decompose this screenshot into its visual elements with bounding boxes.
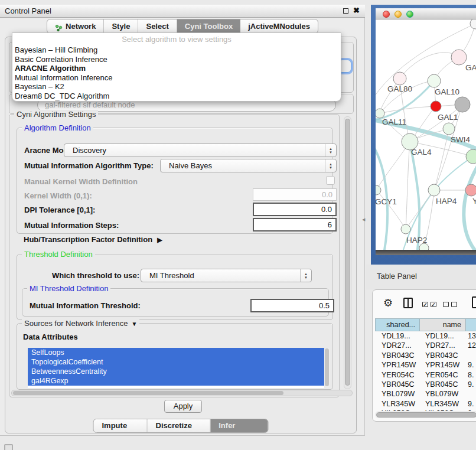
- network-node[interactable]: [451, 50, 467, 65]
- network-node[interactable]: [470, 19, 476, 29]
- settings-vertical-scrollbar[interactable]: [344, 116, 351, 389]
- column-header[interactable]: A: [466, 318, 476, 331]
- network-node[interactable]: [428, 74, 441, 87]
- settings-horizontal-scrollbar[interactable]: [11, 390, 353, 396]
- tab-style[interactable]: Style: [104, 19, 138, 33]
- table-horizontal-scrollbar[interactable]: [375, 411, 476, 418]
- table-row[interactable]: YDR27...YDR27...12: [375, 341, 476, 350]
- network-edge: [380, 106, 436, 113]
- network-node-label: GAL1: [438, 113, 458, 122]
- algorithm-option[interactable]: ARACNE Algorithm: [12, 64, 341, 73]
- table-cell: YBR045C: [375, 380, 420, 389]
- close-traffic-light-icon[interactable]: [383, 11, 390, 18]
- app-root: Control Panel ✖ NetworkStyleSelectCyni T…: [0, 0, 476, 450]
- network-canvas[interactable]: GALGAL80GAL10GAL11GAL1SWI4GAL4GCY1HAP4YH…: [376, 19, 476, 250]
- deselect-checkbox-icon[interactable]: [451, 302, 457, 307]
- mi-threshold-field[interactable]: 0.5: [250, 299, 334, 312]
- table-row[interactable]: YBR045CYBR045C9.: [375, 380, 476, 389]
- algorithm-dropdown-popup: Select algorithm to view settings Bayesi…: [12, 32, 341, 102]
- tab-jactivemnodules[interactable]: jActiveMNodules: [240, 19, 318, 33]
- tab-discretize-data[interactable]: Discretize Data: [148, 419, 211, 432]
- algorithm-option[interactable]: Basic Correlation Inference: [12, 55, 341, 64]
- table-cell: YLR345W: [375, 399, 420, 409]
- splitter-collapse-arrow[interactable]: ◀: [362, 217, 365, 222]
- table-cell: YBR043C: [375, 351, 420, 360]
- which-threshold-select[interactable]: MI Threshold ▲▼: [141, 269, 312, 282]
- mi-threshold-label: Mutual Information Threshold:: [30, 301, 141, 310]
- tab-impute-data[interactable]: Impute Data: [94, 419, 148, 432]
- sources-title[interactable]: Sources for Network Inference▼: [22, 319, 139, 328]
- algorithm-option[interactable]: Bayesian – Hill Climbing: [12, 45, 341, 55]
- hub-definition-toggle[interactable]: Hub/Transcription Factor Definition▶: [24, 235, 162, 244]
- attribute-item[interactable]: TopologicalCoefficient: [28, 357, 324, 367]
- attribute-item[interactable]: BetweennessCentrality: [28, 367, 324, 376]
- tab-select[interactable]: Select: [138, 19, 177, 33]
- manual-kernel-width-checkbox[interactable]: [326, 176, 335, 185]
- table-panel-header: Table Panel: [366, 265, 476, 289]
- network-node[interactable]: [443, 123, 455, 135]
- kernel-width-label: Kernel Width (0,1):: [24, 191, 92, 200]
- table-cell: YPR145W: [420, 360, 466, 370]
- select-all-checkbox-icon[interactable]: ✓: [422, 302, 428, 307]
- mi-algorithm-type-select[interactable]: Naive Bayes ▲▼: [160, 159, 337, 172]
- minimize-traffic-light-icon[interactable]: [395, 11, 402, 18]
- network-node[interactable]: [376, 185, 381, 195]
- columns-icon[interactable]: [403, 298, 413, 308]
- network-node[interactable]: [401, 224, 410, 234]
- apply-button[interactable]: Apply: [164, 400, 202, 413]
- table-row[interactable]: YDL19...YDL19...13: [375, 331, 476, 341]
- table-row[interactable]: YBR043CYBR043C: [375, 351, 476, 360]
- tab-infer-network[interactable]: Infer Network: [210, 419, 268, 432]
- threshold-definition-group: Threshold Definition Which threshold to …: [17, 254, 333, 320]
- deselect-checkbox-icon[interactable]: [443, 302, 449, 307]
- network-node[interactable]: [465, 184, 476, 196]
- attributes-scrollbar[interactable]: [324, 348, 330, 388]
- cyni-settings-title: Cyni Algorithm Settings: [14, 110, 98, 119]
- table-cell: YDR27...: [420, 341, 466, 350]
- close-panel-icon[interactable]: ✖: [353, 6, 360, 15]
- algorithm-options-list: Bayesian – Hill ClimbingBasic Correlatio…: [12, 45, 341, 100]
- network-node-label: GAL80: [387, 84, 412, 93]
- network-node[interactable]: [393, 72, 406, 85]
- zoom-traffic-light-icon[interactable]: [406, 11, 413, 18]
- select-all-checkbox-icon[interactable]: ✓: [431, 302, 436, 307]
- network-node[interactable]: [431, 101, 441, 112]
- export-table-icon[interactable]: [472, 296, 476, 308]
- attribute-item[interactable]: gal4RGexp: [28, 376, 324, 386]
- aracne-mode-select[interactable]: Discovery ▲▼: [64, 144, 337, 157]
- table-cell: 9.: [466, 360, 476, 370]
- table-panel: ⚙ ✓ ✓ shared...nameA YDL19...YDL19...13Y…: [372, 289, 476, 422]
- dpi-tolerance-field[interactable]: 0.0: [253, 203, 337, 216]
- network-node[interactable]: [466, 149, 476, 164]
- attribute-item[interactable]: SelfLoops: [28, 348, 324, 357]
- network-icon: [55, 22, 63, 30]
- table-row[interactable]: YBL079WYBL079W: [375, 389, 476, 399]
- network-node[interactable]: [376, 109, 384, 118]
- algorithm-option[interactable]: Mutual Information Inference: [12, 73, 341, 83]
- data-attributes-list[interactable]: SelfLoopsTopologicalCoefficientBetweenne…: [28, 348, 324, 388]
- table-header-row: shared...nameA: [375, 318, 476, 331]
- gear-icon[interactable]: ⚙: [383, 296, 393, 309]
- table-row[interactable]: YPR145WYPR145W9.: [375, 360, 476, 370]
- algorithm-option[interactable]: Bayesian – K2: [12, 82, 341, 92]
- column-header[interactable]: name: [420, 318, 466, 331]
- network-node-label: HAP2: [406, 236, 427, 244]
- network-node[interactable]: [455, 97, 470, 112]
- column-header[interactable]: shared...: [375, 318, 420, 331]
- tab-network[interactable]: Network: [47, 19, 104, 33]
- collapsed-panel-icon[interactable]: [4, 444, 13, 450]
- table-panel-title: Table Panel: [377, 272, 417, 281]
- algorithm-placeholder: Select algorithm to view settings: [12, 33, 341, 45]
- network-node[interactable]: [428, 184, 440, 196]
- algorithm-option[interactable]: Dream8 DC_TDC Algorithm: [12, 92, 341, 101]
- float-panel-icon[interactable]: [343, 8, 348, 14]
- table-row[interactable]: YER054CYER054C8.: [375, 370, 476, 380]
- table-row[interactable]: YLR345WYLR345W9.: [375, 399, 476, 409]
- network-node-label: GAL11: [382, 118, 406, 126]
- kernel-width-field[interactable]: 0.0: [253, 188, 337, 201]
- table-cell: 9.: [466, 399, 476, 409]
- tab-cyni-toolbox[interactable]: Cyni Toolbox: [177, 19, 240, 33]
- network-node-label: SWI4: [451, 135, 470, 144]
- mi-steps-field[interactable]: 6: [253, 218, 337, 231]
- aracne-mode-value: Discovery: [73, 144, 106, 156]
